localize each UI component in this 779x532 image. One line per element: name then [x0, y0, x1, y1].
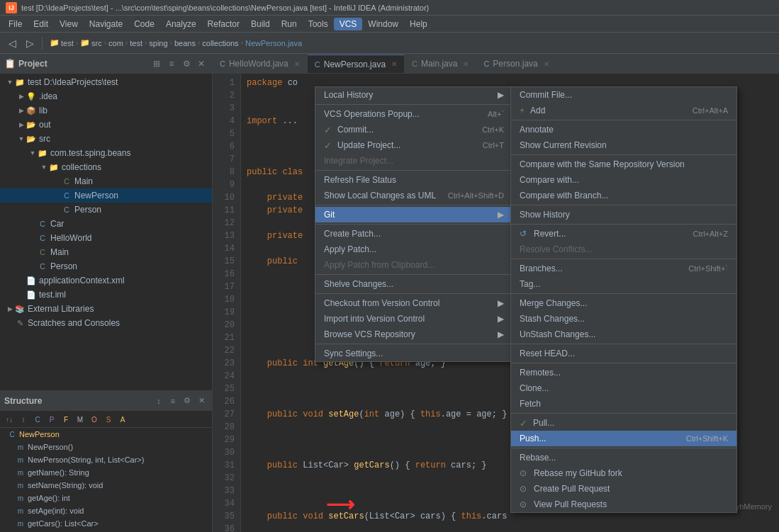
git-clone[interactable]: Clone... — [511, 380, 736, 396]
git-reset-head[interactable]: Reset HEAD... — [511, 346, 736, 361]
git-add[interactable]: + Add Ctrl+Alt+A — [511, 103, 736, 118]
tab-person[interactable]: C Person.java ✕ — [476, 55, 556, 73]
menu-tools[interactable]: Tools — [303, 18, 334, 30]
bc-test[interactable]: test — [130, 39, 142, 47]
git-merge[interactable]: Merge Changes... — [511, 295, 736, 311]
tab-close-btn[interactable]: ✕ — [463, 60, 469, 68]
git-show-revision[interactable]: Show Current Revision — [511, 137, 736, 153]
tree-item-extlibs[interactable]: ▶ 📚 External Libraries — [0, 302, 212, 316]
tree-item-iml[interactable]: ▶ 📄 test.iml — [0, 288, 212, 302]
struct-settings[interactable]: ⚙ — [181, 395, 194, 407]
menu-git[interactable]: Git ▶ — [315, 207, 512, 222]
tab-main[interactable]: C Main.java ✕ — [405, 55, 476, 73]
menu-help[interactable]: Help — [404, 18, 433, 30]
menu-refactor[interactable]: Refactor — [202, 18, 245, 30]
bc-collections[interactable]: collections — [202, 39, 238, 47]
git-create-pr[interactable]: ⊙ Create Pull Request — [511, 481, 736, 497]
menu-apply-patch[interactable]: Apply Patch... — [315, 242, 512, 257]
git-show-history[interactable]: Show History — [511, 207, 736, 222]
panel-settings-btn[interactable]: ⚙ — [180, 57, 193, 70]
tree-item-appcontext[interactable]: ▶ 📄 applicationContext.xml — [0, 273, 212, 288]
menu-shelve[interactable]: Shelve Changes... — [315, 276, 512, 292]
git-view-pr[interactable]: ⊙ View Pull Requests — [511, 497, 736, 512]
menu-analyze[interactable]: Analyze — [160, 18, 202, 30]
menu-import[interactable]: Import into Version Control ▶ — [315, 311, 512, 327]
tree-item-newperson[interactable]: ▶ C NewPerson — [0, 188, 212, 203]
bc-beans[interactable]: beans — [174, 39, 196, 47]
tree-item-helloworld[interactable]: ▶ C HelloWorld — [0, 231, 212, 245]
menu-navigate[interactable]: Navigate — [84, 18, 128, 30]
structure-tree[interactable]: ↑↓ ↕ C P F M O S A C NewPerson m — [0, 411, 212, 532]
tree-item-lib[interactable]: ▶ 📦 lib — [0, 103, 212, 118]
struct-btn-6[interactable]: M — [74, 414, 86, 426]
bc-sping[interactable]: sping — [149, 39, 167, 47]
tab-newperson[interactable]: C NewPerson.java ✕ — [308, 55, 405, 73]
menu-build[interactable]: Build — [245, 18, 276, 30]
struct-item-getname[interactable]: m getName(): String — [0, 466, 212, 479]
git-remotes[interactable]: Remotes... — [511, 365, 736, 380]
git-commit-file[interactable]: Commit File... — [511, 87, 736, 103]
menu-local-history[interactable]: Local History ▶ — [315, 87, 512, 103]
bc-file[interactable]: NewPerson.java — [245, 39, 302, 47]
tab-helloworld[interactable]: C HelloWorld.java ✕ — [213, 55, 308, 73]
struct-btn-8[interactable]: S — [102, 414, 115, 426]
struct-item-constructor2[interactable]: m NewPerson(String, int, List<Car>) — [0, 453, 212, 466]
menu-commit[interactable]: ✓ Commit... Ctrl+K — [315, 122, 512, 137]
tree-item-main[interactable]: ▶ C Main — [0, 245, 212, 259]
struct-btn-2[interactable]: ↕ — [17, 414, 30, 426]
struct-btn-7[interactable]: O — [88, 414, 101, 426]
project-tree[interactable]: ▼ 📁 test D:\IdeaProjects\test ▶ 💡 .idea … — [0, 74, 212, 390]
git-annotate[interactable]: Annotate — [511, 122, 736, 137]
bc-project[interactable]: 📁 test — [50, 38, 74, 47]
git-stash[interactable]: Stash Changes... — [511, 311, 736, 327]
tree-item-car[interactable]: ▶ C Car — [0, 217, 212, 231]
struct-item-getage[interactable]: m getAge(): int — [0, 492, 212, 504]
git-unstash[interactable]: UnStash Changes... — [511, 327, 736, 342]
git-pull[interactable]: ✓ Pull... — [511, 415, 736, 431]
tree-item-person-c[interactable]: ▶ C Person — [0, 203, 212, 217]
menu-create-patch[interactable]: Create Patch... — [315, 226, 512, 242]
struct-btn-4[interactable]: P — [45, 414, 58, 426]
menu-update[interactable]: ✓ Update Project... Ctrl+T — [315, 137, 512, 153]
tree-item-out[interactable]: ▶ 📂 out — [0, 118, 212, 132]
back-button[interactable]: ◁ — [4, 35, 20, 51]
menu-browse[interactable]: Browse VCS Repository ▶ — [315, 327, 512, 342]
struct-item-getcars[interactable]: m getCars(): List<Car> — [0, 517, 212, 530]
tree-item-scratches[interactable]: ▶ ✎ Scratches and Consoles — [0, 316, 212, 330]
struct-close[interactable]: ✕ — [195, 395, 208, 407]
tree-item-collections[interactable]: ▼ 📁 collections — [0, 160, 212, 174]
git-rebase[interactable]: Rebase... — [511, 450, 736, 465]
menu-show-uml[interactable]: Show Local Changes as UML Ctrl+Alt+Shift… — [315, 188, 512, 203]
panel-collapse-btn[interactable]: ≡ — [165, 57, 178, 70]
tree-item-src[interactable]: ▼ 📂 src — [0, 132, 212, 146]
git-fetch[interactable]: Fetch — [511, 396, 736, 412]
panel-close-btn[interactable]: ✕ — [195, 57, 208, 70]
menu-edit[interactable]: Edit — [28, 18, 54, 30]
forward-button[interactable]: ▷ — [22, 35, 38, 51]
menu-refresh[interactable]: Refresh File Status — [315, 172, 512, 188]
git-rebase-fork[interactable]: ⊙ Rebase my GitHub fork — [511, 465, 736, 481]
struct-btn-1[interactable]: ↑↓ — [3, 414, 16, 426]
tab-close-btn[interactable]: ✕ — [391, 60, 397, 68]
menu-code[interactable]: Code — [128, 18, 160, 30]
struct-item-class[interactable]: C NewPerson — [0, 428, 212, 441]
bc-com[interactable]: com — [108, 39, 123, 47]
struct-btn-5[interactable]: F — [60, 414, 72, 426]
menu-window[interactable]: Window — [362, 18, 404, 30]
menu-run[interactable]: Run — [276, 18, 303, 30]
menu-file[interactable]: File — [3, 18, 28, 30]
menu-view[interactable]: View — [54, 18, 84, 30]
struct-item-setage[interactable]: m setAge(int): void — [0, 504, 212, 517]
menu-vcs[interactable]: VCS — [334, 18, 363, 30]
tree-item-test[interactable]: ▼ 📁 test D:\IdeaProjects\test — [0, 75, 212, 89]
tree-item-idea[interactable]: ▶ 💡 .idea — [0, 89, 212, 103]
tree-item-main-c[interactable]: ▶ C Main — [0, 174, 212, 188]
menu-vcs-ops[interactable]: VCS Operations Popup... Alt+` — [315, 106, 512, 122]
struct-btn-9[interactable]: A — [116, 414, 129, 426]
tab-close-btn[interactable]: ✕ — [294, 60, 300, 68]
struct-item-setname[interactable]: m setName(String): void — [0, 479, 212, 492]
struct-sort-type[interactable]: ≡ — [167, 395, 179, 407]
tree-item-beans[interactable]: ▼ 📁 com.test.sping.beans — [0, 146, 212, 160]
git-compare-branch[interactable]: Compare with Branch... — [511, 188, 736, 203]
tab-close-btn[interactable]: ✕ — [544, 60, 549, 68]
